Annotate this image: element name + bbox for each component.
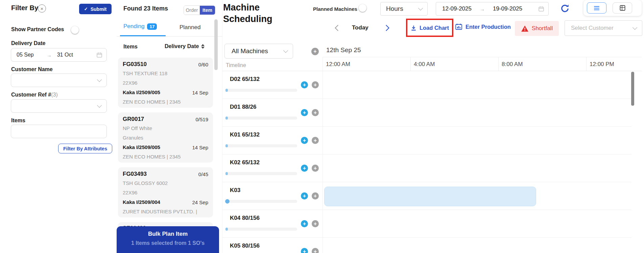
add-secondary-button[interactable] xyxy=(312,109,319,116)
order-toggle-option[interactable]: Order xyxy=(184,6,200,15)
list-view-button[interactable] xyxy=(587,2,606,14)
item-desc2: Granules xyxy=(123,135,143,141)
chevron-right-icon[interactable] xyxy=(383,25,389,31)
capacity-fill xyxy=(225,228,228,231)
add-secondary-button[interactable] xyxy=(312,248,319,253)
chevron-down-icon xyxy=(418,6,423,10)
order-item-toggle: Order Item xyxy=(184,5,215,15)
timeline-gridline xyxy=(586,57,587,71)
bulk-plan-footer[interactable]: Bulk Plan Item 1 Items selected from 1 S… xyxy=(117,226,219,253)
timeline-gridline xyxy=(498,57,499,71)
refresh-icon[interactable] xyxy=(560,3,570,15)
enter-production-button[interactable]: Enter Production xyxy=(455,23,511,30)
item-code: FG03510 xyxy=(123,61,147,68)
today-button[interactable]: Today xyxy=(352,24,368,31)
delivery-date-range-input[interactable]: 05 Sep 31 Oct xyxy=(11,48,107,62)
tab-planned[interactable]: Planned xyxy=(180,24,200,31)
time-tick: 12:00 AM xyxy=(326,61,350,68)
main-scrollbar[interactable] xyxy=(631,72,634,106)
item-desc: TSH GLOSSY 6002 xyxy=(123,180,168,186)
planned-machines-label: Planned Machines xyxy=(313,6,357,12)
customer-ref-select[interactable] xyxy=(11,99,107,113)
show-partner-codes-label: Show Partner Codes xyxy=(11,26,64,33)
items-filter-input[interactable] xyxy=(11,125,107,138)
machine-name: D01 88/26 xyxy=(230,104,256,110)
machine-row: D01 88/26 xyxy=(222,99,631,127)
items-panel-scrollbar[interactable] xyxy=(214,19,218,70)
item-card[interactable]: FG03510 0/60 TSH TEXTURE 118 22X96 Kaka … xyxy=(118,58,213,108)
add-plan-button[interactable] xyxy=(301,165,308,172)
tab-pending[interactable]: Pending 17 xyxy=(123,23,157,30)
item-order-ref: Kaka I/2509/004 xyxy=(123,199,160,205)
timeline-label: Timeline xyxy=(226,62,246,68)
date-from-value[interactable]: 05 Sep xyxy=(17,52,34,58)
scheduler-main: Machine Scheduling Planned Machines Hour… xyxy=(222,0,644,253)
machine-row: K04 80/156 xyxy=(222,210,631,238)
item-date: 14 Sep xyxy=(192,145,208,150)
item-code: GR0017 xyxy=(123,116,144,123)
item-qty: 0/519 xyxy=(195,117,208,122)
add-secondary-button[interactable] xyxy=(312,192,319,199)
arrow-right-icon xyxy=(47,52,52,58)
chevron-left-icon[interactable] xyxy=(335,25,341,31)
item-card[interactable]: FG03493 0/45 TSH GLOSSY 6002 22X96 Kaka … xyxy=(118,167,213,217)
add-plan-button[interactable] xyxy=(301,220,308,227)
add-secondary-button[interactable] xyxy=(312,81,319,88)
machine-row: K01 65/132 xyxy=(222,127,631,154)
add-secondary-button[interactable] xyxy=(312,137,319,144)
time-tick: 4:00 AM xyxy=(414,61,435,68)
pending-count-badge: 17 xyxy=(147,23,157,30)
time-tick: 8:00 AM xyxy=(502,61,523,68)
bulk-plan-title: Bulk Plan Item xyxy=(117,231,219,237)
machine-filter-select[interactable]: All Machines xyxy=(224,44,293,59)
add-secondary-button[interactable] xyxy=(312,220,319,227)
schedule-date-to[interactable]: 19-09-2025 xyxy=(493,5,522,12)
arrow-right-icon xyxy=(480,6,485,12)
item-code: FG03493 xyxy=(123,171,147,177)
capacity-fill xyxy=(225,172,228,175)
toggle-knob xyxy=(71,26,79,34)
add-plan-button[interactable] xyxy=(301,81,308,88)
capacity-fill xyxy=(225,117,228,120)
view-switcher xyxy=(583,0,642,16)
item-card[interactable]: GR0017 0/519 NP Off White Granules Kaka … xyxy=(118,112,213,163)
factory-icon xyxy=(455,23,462,30)
grid-view-button[interactable] xyxy=(613,2,632,14)
chevron-down-icon xyxy=(633,25,637,30)
submit-button[interactable]: ✓ Submit xyxy=(79,4,112,14)
chevron-down-icon xyxy=(97,103,102,108)
machine-scheduling-page: Filter By ✓ Submit Show Partner Codes De… xyxy=(0,0,644,253)
add-machine-button[interactable] xyxy=(311,48,319,55)
calendar-icon xyxy=(538,6,544,12)
filter-by-attributes-button[interactable]: Filter By Attributes xyxy=(58,144,112,153)
items-column-header: Items xyxy=(123,44,138,50)
add-plan-button[interactable] xyxy=(301,109,308,116)
day-label: 12th Sep 25 xyxy=(326,46,361,54)
close-filter-icon[interactable] xyxy=(38,4,46,13)
machine-name: K03 xyxy=(230,187,240,194)
add-secondary-button[interactable] xyxy=(312,165,319,172)
grid-view-icon xyxy=(620,5,625,11)
tab-divider xyxy=(117,36,222,37)
schedule-block-k03[interactable] xyxy=(324,187,536,206)
download-icon xyxy=(410,25,417,31)
add-plan-button[interactable] xyxy=(301,248,308,253)
schedule-date-from[interactable]: 12-09-2025 xyxy=(442,5,472,12)
add-plan-button[interactable] xyxy=(301,192,308,199)
item-toggle-option[interactable]: Item xyxy=(200,6,215,15)
date-to-value[interactable]: 31 Oct xyxy=(57,52,73,58)
found-items-count: Found 23 Items xyxy=(123,5,168,12)
sort-icon[interactable] xyxy=(201,44,205,49)
load-chart-button[interactable]: Load Chart xyxy=(410,25,449,31)
granularity-select[interactable]: Hours xyxy=(380,2,428,16)
shortfall-button[interactable]: Shortfall xyxy=(515,21,559,36)
schedule-date-range[interactable]: 12-09-2025 19-09-2025 xyxy=(436,2,549,16)
delivery-date-column-header[interactable]: Delivery Date xyxy=(165,43,205,49)
items-filter-text-input[interactable] xyxy=(11,125,98,138)
select-customer-dropdown[interactable]: Select Customer xyxy=(565,20,642,36)
add-plan-button[interactable] xyxy=(301,137,308,144)
item-qty: 0/60 xyxy=(198,62,208,67)
time-tick: 12:00 PM xyxy=(590,61,614,68)
machine-capacity-bar xyxy=(225,89,297,92)
customer-name-select[interactable] xyxy=(11,73,107,87)
